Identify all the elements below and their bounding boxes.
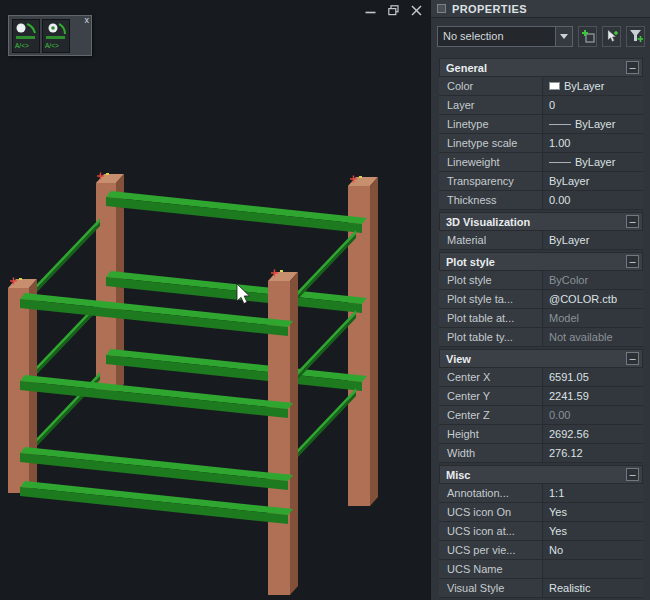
section-header[interactable]: Plot style– [439, 252, 643, 271]
property-label: Color [439, 77, 543, 95]
property-value[interactable]: 2692.56 [543, 425, 643, 443]
select-arrow-icon [605, 29, 619, 43]
property-label: UCS per vie... [439, 541, 543, 559]
toggle-pickadd-button[interactable] [578, 26, 597, 47]
property-value[interactable]: ByLayer [543, 115, 643, 133]
property-row[interactable]: Center X6591.05 [439, 368, 643, 387]
collapse-icon[interactable]: – [626, 61, 639, 74]
restore-down-icon[interactable] [387, 4, 399, 16]
property-value[interactable]: Yes [543, 503, 643, 521]
quick-select-button[interactable] [626, 26, 645, 47]
property-row[interactable]: Plot styleByColor [439, 271, 643, 290]
property-row[interactable]: ColorByLayer [439, 77, 643, 96]
window-controls [364, 4, 422, 16]
property-value[interactable]: ByLayer [543, 77, 643, 95]
3d-frame-model[interactable] [0, 0, 430, 600]
property-label: Lineweight [439, 153, 543, 171]
collapse-icon[interactable]: – [626, 215, 639, 228]
toolbar-close-icon[interactable]: x [85, 15, 90, 25]
property-row[interactable]: Linetype scale1.00 [439, 134, 643, 153]
property-row[interactable]: Visual StyleRealistic [439, 579, 643, 598]
property-value[interactable]: ByColor [543, 271, 643, 289]
panel-title: PROPERTIES [452, 3, 527, 15]
property-row[interactable]: Center Y2241.59 [439, 387, 643, 406]
property-value[interactable]: ByLayer [543, 231, 643, 249]
property-value[interactable]: 0 [543, 96, 643, 114]
rail-back-top[interactable] [106, 191, 367, 233]
property-value[interactable]: No [543, 541, 643, 559]
property-value[interactable]: ByLayer [543, 172, 643, 190]
property-value[interactable] [543, 560, 643, 578]
collapse-icon[interactable]: – [626, 255, 639, 268]
property-value[interactable]: 0.00 [543, 191, 643, 209]
property-value[interactable]: 0.00 [543, 406, 643, 424]
property-row[interactable]: Layer0 [439, 96, 643, 115]
property-row[interactable]: Annotation...1:1 [439, 484, 643, 503]
section-title: General [446, 62, 626, 74]
property-row[interactable]: Center Z0.00 [439, 406, 643, 425]
block-preview-icon: A/<> [13, 20, 39, 52]
property-row[interactable]: Plot table ty...Not available [439, 328, 643, 347]
property-value[interactable]: 6591.05 [543, 368, 643, 386]
property-value[interactable]: 1:1 [543, 484, 643, 502]
property-row[interactable]: Thickness0.00 [439, 191, 643, 210]
property-value[interactable]: @COLOR.ctb [543, 290, 643, 308]
select-objects-button[interactable] [602, 26, 621, 47]
minimize-icon[interactable] [364, 4, 376, 16]
property-value[interactable]: 1.00 [543, 134, 643, 152]
property-row[interactable]: TransparencyByLayer [439, 172, 643, 191]
rail-back-low[interactable] [106, 349, 367, 391]
property-row[interactable]: UCS per vie...No [439, 541, 643, 560]
section-title: View [446, 353, 626, 365]
property-value[interactable]: Not available [543, 328, 643, 346]
block-tool-button-2[interactable]: A/<> [42, 19, 70, 53]
close-icon[interactable] [410, 4, 422, 16]
property-label: Material [439, 231, 543, 249]
svg-text:A/<>: A/<> [45, 42, 59, 49]
svg-text:A/<>: A/<> [15, 42, 29, 49]
property-value[interactable]: ByLayer [543, 153, 643, 171]
section-header[interactable]: General– [439, 58, 643, 77]
property-label: UCS icon On [439, 503, 543, 521]
section-header[interactable]: Misc– [439, 465, 643, 484]
rail-front-low[interactable] [20, 447, 293, 490]
property-row[interactable]: MaterialByLayer [439, 231, 643, 250]
linetype-sample [549, 162, 571, 163]
property-value[interactable]: 276.12 [543, 444, 643, 462]
drawing-viewport[interactable]: A/<> A/<> x [0, 0, 430, 600]
property-label: Linetype [439, 115, 543, 133]
value-text: ByLayer [575, 118, 615, 130]
block-tool-button-1[interactable]: A/<> [12, 19, 40, 53]
value-text: ByLayer [549, 234, 589, 246]
autocad-window: A/<> A/<> x [0, 0, 650, 600]
rail-front-mid[interactable] [20, 375, 293, 418]
section-header[interactable]: View– [439, 349, 643, 368]
collapse-icon[interactable]: – [626, 468, 639, 481]
property-row[interactable]: Height2692.56 [439, 425, 643, 444]
property-value[interactable]: Model [543, 309, 643, 327]
property-row[interactable]: Width276.12 [439, 444, 643, 463]
property-row[interactable]: UCS Name [439, 560, 643, 579]
property-row[interactable]: UCS icon OnYes [439, 503, 643, 522]
collapse-icon[interactable]: – [626, 352, 639, 365]
property-label: UCS icon at... [439, 522, 543, 540]
chevron-down-icon[interactable] [555, 27, 572, 46]
property-row[interactable]: Plot style ta...@COLOR.ctb [439, 290, 643, 309]
value-text: 276.12 [549, 447, 583, 459]
property-row[interactable]: Plot table at...Model [439, 309, 643, 328]
property-label: Plot table ty... [439, 328, 543, 346]
property-row[interactable]: LineweightByLayer [439, 153, 643, 172]
property-row[interactable]: LinetypeByLayer [439, 115, 643, 134]
property-label: Width [439, 444, 543, 462]
property-value[interactable]: 2241.59 [543, 387, 643, 405]
property-row[interactable]: UCS icon at...Yes [439, 522, 643, 541]
property-label: Visual Style [439, 579, 543, 597]
rail-front-bottom[interactable] [20, 481, 293, 524]
section-title: 3D Visualization [446, 216, 626, 228]
section-header[interactable]: 3D Visualization– [439, 212, 643, 231]
selection-dropdown[interactable]: No selection [437, 26, 573, 47]
value-text: Realistic [549, 582, 591, 594]
property-value[interactable]: Realistic [543, 579, 643, 597]
properties-titlebar: PROPERTIES [431, 0, 650, 18]
property-value[interactable]: Yes [543, 522, 643, 540]
